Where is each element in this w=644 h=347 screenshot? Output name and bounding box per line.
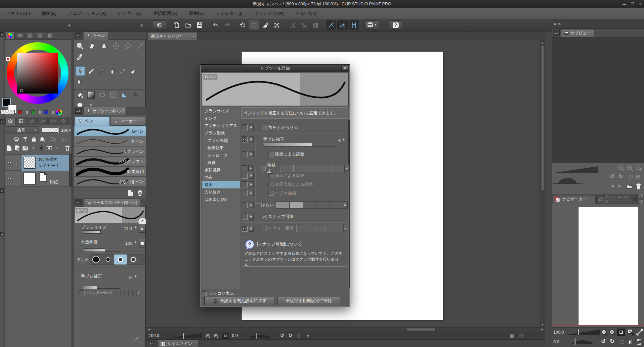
rotate-ccw-icon[interactable]: ↺: [610, 173, 614, 180]
category-item[interactable]: ブラシ形状: [202, 129, 240, 137]
post-correction-expand-icon[interactable]: ▶: [344, 165, 349, 172]
vector-snap-expand-icon[interactable]: ▶: [343, 225, 348, 232]
ruler-tool[interactable]: [120, 91, 128, 99]
expand-icon[interactable]: ▶: [249, 190, 254, 196]
collapse-right-dock-icon[interactable]: »: [553, 21, 556, 26]
subview-canvas[interactable]: [552, 38, 644, 163]
menu-filter[interactable]: フィルター(I): [209, 8, 248, 19]
layer-opacity-spinner[interactable]: ▲▼: [69, 129, 71, 132]
category-item[interactable]: はみ出し防止: [202, 196, 240, 203]
subtool-item-maru[interactable]: 丸ペン: [74, 136, 146, 147]
tab-color-wheel[interactable]: [5, 32, 15, 39]
opacity-spinner[interactable]: ▲▼: [135, 241, 137, 244]
prev-image-icon[interactable]: ◀: [611, 184, 614, 188]
aa-weak-option[interactable]: [102, 254, 114, 265]
dock-handle-icon[interactable]: ▸: [0, 119, 4, 124]
brush-tool[interactable]: [98, 67, 106, 75]
scroll-down-icon[interactable]: ▼: [540, 322, 545, 327]
selection-launcher-icon[interactable]: [518, 334, 523, 338]
zoom-out-icon[interactable]: [601, 329, 607, 336]
zoom-100-button[interactable]: [617, 329, 625, 336]
pencil-tool[interactable]: [88, 67, 95, 75]
setting-visible-toggle[interactable]: [242, 124, 248, 130]
navigator-rotation-slider[interactable]: [565, 339, 600, 344]
layer1-thumbnail[interactable]: [23, 157, 36, 169]
hue-marker[interactable]: [6, 57, 10, 61]
scroll-up-icon[interactable]: ▲: [540, 41, 545, 45]
create-mask-icon[interactable]: [46, 145, 52, 151]
collapse-left-dock-icon[interactable]: «: [68, 22, 71, 28]
panel-menu-icon[interactable]: ▸≡: [75, 199, 82, 205]
transparent-color-swatch[interactable]: [1, 110, 15, 114]
canvas-vscrollbar[interactable]: ▲ ▼: [540, 40, 545, 327]
reset-all-settings-button[interactable]: 全設定を初期設定に戻す: [204, 297, 275, 305]
clip-to-layer-icon[interactable]: [13, 136, 19, 142]
brush-size-options-button[interactable]: [139, 224, 145, 233]
auto-select-tool[interactable]: [137, 42, 144, 50]
category-item[interactable]: ブラシ先端: [202, 137, 240, 144]
canvas-hscrollbar[interactable]: ◀ ▶: [146, 327, 545, 332]
help-button[interactable]: ?: [389, 20, 402, 30]
sv-marker[interactable]: [20, 89, 23, 92]
new-layer-dialog-icon[interactable]: [14, 145, 20, 151]
menu-file[interactable]: ファイル(F): [0, 8, 36, 19]
grid-toggle-icon[interactable]: [510, 334, 514, 338]
subtool-item-kabura[interactable]: カブラペン: [74, 147, 146, 157]
expand-icon[interactable]: ▶: [249, 173, 254, 179]
save-button[interactable]: [194, 20, 205, 30]
post-speed-checkbox-disabled[interactable]: ✓: [268, 173, 274, 178]
category-item[interactable]: ストローク: [202, 152, 240, 159]
category-item[interactable]: ブラシサイズ: [202, 107, 240, 115]
tab-layer[interactable]: [5, 118, 15, 125]
gradient-tool[interactable]: [87, 91, 95, 99]
text-tool[interactable]: A: [132, 92, 139, 98]
transform-button[interactable]: [271, 20, 282, 30]
reset-rotation-icon[interactable]: [619, 339, 625, 345]
stabilization-spinner[interactable]: ▲▼: [135, 275, 137, 278]
selection-tool[interactable]: [125, 42, 132, 50]
transfer-down-icon-disabled[interactable]: [30, 145, 36, 151]
layer-row-2[interactable]: 用紙: [5, 171, 72, 187]
tab-intermediate-color[interactable]: [36, 32, 45, 39]
scroll-left-icon[interactable]: ◀: [147, 328, 151, 332]
eyedropper-tool[interactable]: [76, 54, 84, 61]
menu-selection[interactable]: 選択範囲(S): [147, 8, 183, 19]
setting-visible-toggle[interactable]: [242, 173, 248, 179]
figure-tool[interactable]: [98, 91, 106, 99]
category-item[interactable]: 水彩境界: [202, 166, 240, 174]
corner-checkbox[interactable]: [262, 125, 267, 130]
zoom-tool[interactable]: [76, 42, 84, 50]
snap-checkbox-checked[interactable]: ✓: [262, 214, 267, 219]
tab-tool[interactable]: ツール: [83, 32, 108, 40]
vector-snap-expand-icon[interactable]: ▶: [136, 290, 141, 296]
tab-layer-property[interactable]: [16, 118, 26, 124]
fit-to-window-icon[interactable]: [627, 329, 635, 336]
panel-menu-icon[interactable]: ▸≡: [149, 341, 155, 346]
snap-to-grid-button[interactable]: [349, 20, 359, 30]
view-zoom-slider[interactable]: [167, 333, 202, 338]
zoom-100-button[interactable]: [222, 333, 229, 339]
zoom-in-icon[interactable]: [214, 334, 218, 338]
subtool-item-effectline[interactable]: 効果線用: [74, 167, 146, 177]
dialog-close-icon[interactable]: ✕: [341, 66, 348, 71]
menu-layer[interactable]: レイヤー(L): [112, 8, 147, 19]
category-item-selected[interactable]: 補正: [202, 181, 240, 188]
layer-opacity-slider[interactable]: [42, 128, 59, 132]
zoom-out-icon[interactable]: [618, 164, 625, 171]
stabilization-spinner[interactable]: ▲▼: [343, 138, 345, 141]
aa-middle-option-selected[interactable]: [114, 254, 127, 265]
navigator-body[interactable]: [552, 204, 644, 327]
view-rotation-slider[interactable]: [243, 333, 278, 338]
close-icon[interactable]: ✕: [639, 2, 642, 6]
decoration-tool[interactable]: [119, 67, 127, 75]
category-item[interactable]: 消去: [202, 174, 240, 181]
subtool-item-rough[interactable]: ざらつきペン: [74, 177, 146, 187]
navigator-zoom-handle[interactable]: [578, 329, 579, 336]
tab-layer-search[interactable]: [38, 118, 48, 124]
rotate-cw-icon[interactable]: ↻: [288, 333, 292, 338]
dock-handle-icon[interactable]: ▸: [0, 232, 4, 236]
chevron-down-icon[interactable]: ▼: [141, 258, 144, 261]
tab-subview[interactable]: サブビュー: [561, 29, 594, 37]
sv-square[interactable]: [17, 53, 58, 94]
select-area-button[interactable]: [249, 20, 259, 30]
